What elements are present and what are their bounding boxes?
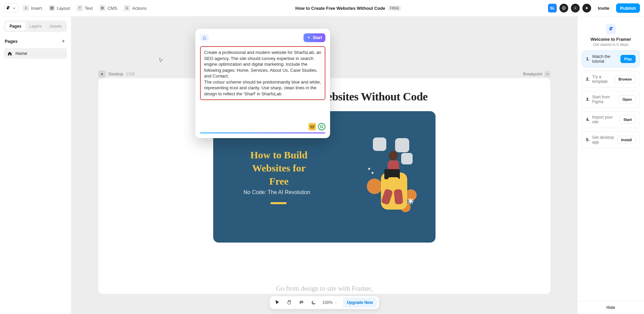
layout-label: Layout <box>57 6 70 11</box>
svg-rect-6 <box>101 9 104 9</box>
layout-menu[interactable]: Layout <box>47 3 72 13</box>
svg-rect-2 <box>50 8 52 10</box>
globe-button[interactable] <box>559 4 568 12</box>
plus-icon <box>23 5 29 11</box>
layout-icon <box>49 5 55 11</box>
preview-button[interactable] <box>582 4 591 12</box>
globe-icon <box>561 6 566 10</box>
user-avatar[interactable]: SL <box>548 4 557 12</box>
topbar-left: Insert Layout Text CMS Actions <box>4 3 149 13</box>
page-title: How to Create Free Websites Without Code <box>295 6 385 11</box>
text-label: Text <box>85 6 93 11</box>
svg-rect-0 <box>50 7 52 8</box>
svg-rect-4 <box>101 7 104 8</box>
text-icon <box>77 5 83 11</box>
text-menu[interactable]: Text <box>75 3 95 13</box>
chevron-down-icon <box>12 6 17 10</box>
cms-icon <box>99 5 105 11</box>
settings-button[interactable] <box>571 4 580 12</box>
actions-menu[interactable]: Actions <box>122 3 149 13</box>
invite-button[interactable]: Invite <box>594 3 613 13</box>
framer-menu-button[interactable] <box>4 3 18 13</box>
svg-rect-5 <box>101 8 104 9</box>
free-badge: FREE <box>388 6 401 11</box>
topbar-center: How to Create Free Websites Without Code… <box>151 6 545 11</box>
topbar-right: SL Invite Publish <box>548 3 640 13</box>
svg-rect-3 <box>52 8 53 10</box>
svg-point-8 <box>575 7 576 9</box>
actions-label: Actions <box>132 6 147 11</box>
framer-logo-icon <box>6 6 10 10</box>
insert-label: Insert <box>31 6 42 11</box>
topbar: Insert Layout Text CMS Actions How to Cr… <box>0 0 644 17</box>
svg-rect-1 <box>52 7 53 8</box>
cms-menu[interactable]: CMS <box>97 3 119 13</box>
play-icon <box>584 6 589 10</box>
cms-label: CMS <box>107 6 117 11</box>
insert-menu[interactable]: Insert <box>21 3 44 13</box>
publish-button[interactable]: Publish <box>616 3 640 13</box>
gear-icon <box>573 6 578 10</box>
bolt-icon <box>124 5 130 11</box>
